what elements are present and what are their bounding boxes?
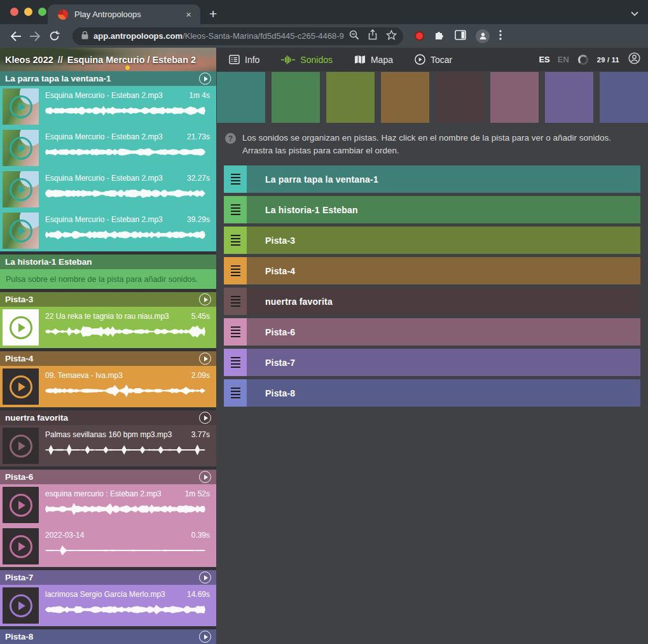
- maximize-window-button[interactable]: [38, 8, 46, 16]
- sound-play-button[interactable]: [10, 435, 32, 458]
- sound-thumbnail: [3, 528, 39, 564]
- lang-es[interactable]: ES: [539, 55, 549, 64]
- sound-filename: Esquina Mercurio - Esteban 2.mp3: [45, 91, 184, 100]
- sound-item[interactable]: 22 Ua reka te tagnia to rau niau.mp3 5.4…: [0, 307, 216, 348]
- minimize-window-button[interactable]: [24, 8, 32, 16]
- sound-play-button[interactable]: [10, 137, 32, 160]
- track-row[interactable]: Pista-8: [224, 379, 640, 407]
- track-name: Pista-3: [5, 295, 33, 304]
- track-section-header[interactable]: Pista-7: [0, 570, 216, 585]
- track-row[interactable]: Pista-7: [224, 349, 640, 376]
- track-section-header[interactable]: La historia-1 Esteban: [0, 255, 216, 269]
- close-tab-icon[interactable]: ×: [183, 9, 194, 20]
- lang-en[interactable]: EN: [558, 55, 569, 64]
- track-swatch[interactable]: [490, 72, 539, 123]
- new-tab-button[interactable]: +: [209, 6, 217, 22]
- track-row[interactable]: nuertra favorita: [224, 288, 640, 315]
- track-play-button[interactable]: [199, 73, 211, 85]
- drag-handle-icon[interactable]: [224, 379, 247, 407]
- sound-item[interactable]: Esquina Mercurio - Esteban 2.mp3 32.27s: [0, 169, 216, 210]
- sound-waveform: [45, 225, 205, 244]
- track-swatch[interactable]: [326, 72, 375, 123]
- sound-play-button[interactable]: [10, 535, 32, 558]
- browser-menu-kebab-icon[interactable]: [499, 30, 502, 43]
- sound-item[interactable]: 2022-03-14 0.39s: [0, 526, 216, 567]
- sound-item[interactable]: Palmas sevillanas 160 bpm mp3.mp3 3.77s: [0, 425, 216, 466]
- browser-tab[interactable]: Play Antropoloops ×: [48, 4, 200, 24]
- track-section: La parra tapa la ventana-1 Esquina Mercu…: [0, 71, 216, 251]
- zoom-out-icon[interactable]: [349, 30, 359, 43]
- track-row[interactable]: Pista-4: [224, 257, 640, 284]
- sound-item[interactable]: Esquina Mercurio - Esteban 2.mp3 39.29s: [0, 210, 216, 251]
- drag-handle-icon[interactable]: [224, 349, 247, 376]
- lock-icon[interactable]: [81, 31, 88, 42]
- sound-item[interactable]: Esquina Mercurio - Esteban 2.mp3 1m 4s: [0, 86, 216, 127]
- reload-button[interactable]: [45, 27, 64, 46]
- track-play-button[interactable]: [199, 571, 211, 584]
- nav-item-info[interactable]: Info: [229, 55, 259, 65]
- sound-play-button[interactable]: [10, 594, 32, 617]
- browser-profile-avatar[interactable]: [476, 29, 490, 43]
- url-bar[interactable]: app.antropoloops.com/Kleos-Santa-Marina/…: [72, 27, 403, 45]
- track-section-header[interactable]: Pista-6: [0, 470, 216, 484]
- track-swatch[interactable]: [381, 72, 429, 123]
- track-section-header[interactable]: La parra tapa la ventana-1: [0, 71, 216, 86]
- bookmark-star-icon[interactable]: [386, 30, 397, 43]
- track-section-header[interactable]: nuertra favorita: [0, 410, 216, 425]
- drag-handle-icon[interactable]: [224, 196, 247, 223]
- sound-waveform: [45, 500, 205, 519]
- track-swatch[interactable]: [217, 72, 265, 123]
- drag-handle-icon[interactable]: [224, 318, 247, 346]
- track-play-button[interactable]: [199, 631, 211, 643]
- window-controls: [10, 8, 46, 16]
- sound-play-button[interactable]: [10, 220, 32, 242]
- sound-play-button[interactable]: [10, 375, 32, 398]
- drag-handle-icon[interactable]: [224, 227, 247, 254]
- drag-handle-icon[interactable]: [224, 257, 247, 284]
- sound-play-button[interactable]: [10, 494, 32, 517]
- sound-thumbnail: [3, 171, 39, 207]
- sound-waveform: [45, 101, 205, 120]
- sound-duration: 14.69s: [187, 590, 210, 599]
- tab-search-chevron-icon[interactable]: [630, 8, 639, 19]
- track-play-button[interactable]: [199, 293, 211, 305]
- track-play-button[interactable]: [199, 471, 211, 483]
- sound-play-button[interactable]: [10, 178, 32, 201]
- share-icon[interactable]: [368, 29, 377, 43]
- track-row[interactable]: Pista-3: [224, 227, 640, 254]
- drag-handle-icon[interactable]: [224, 165, 247, 193]
- track-swatch[interactable]: [545, 72, 593, 123]
- track-swatch[interactable]: [436, 72, 484, 123]
- remix-breadcrumb[interactable]: Kleos 2022 // Esquina Mercurio / Esteban…: [0, 48, 216, 71]
- sound-item[interactable]: Esquina Mercurio - Esteban 2.mp3 21.73s: [0, 127, 216, 169]
- sound-item[interactable]: esquina mercurio : Esteban 2.mp3 1m 52s: [0, 484, 216, 526]
- close-window-button[interactable]: [10, 8, 18, 16]
- recording-extension-icon[interactable]: [415, 31, 424, 41]
- track-row[interactable]: La parra tapa la ventana-1: [224, 165, 640, 193]
- sound-item[interactable]: lacrimosa Sergio García Merlo.mp3 14.69s: [0, 585, 216, 626]
- extensions-puzzle-icon[interactable]: [434, 29, 445, 43]
- nav-item-tocar[interactable]: Tocar: [415, 54, 452, 65]
- track-row[interactable]: La historia-1 Esteban: [224, 196, 640, 223]
- track-play-button[interactable]: [199, 412, 211, 424]
- track-section-header[interactable]: Pista-3: [0, 292, 216, 307]
- track-play-button[interactable]: [199, 353, 211, 365]
- side-panel-icon[interactable]: [455, 30, 466, 43]
- account-icon[interactable]: [628, 52, 640, 67]
- track-swatch[interactable]: [272, 72, 320, 123]
- track-swatch[interactable]: [600, 72, 648, 123]
- sound-item[interactable]: 09. Temaeva - Iva.mp3 2.09s: [0, 366, 216, 407]
- track-section-header[interactable]: Pista-4: [0, 351, 216, 366]
- sound-play-button[interactable]: [10, 316, 32, 339]
- track-section-header[interactable]: Pista-8: [0, 629, 216, 644]
- sound-duration: 0.39s: [191, 531, 210, 540]
- sound-duration: 2.09s: [191, 371, 210, 380]
- nav-item-mapa[interactable]: Mapa: [354, 55, 393, 65]
- nav-item-sonidos[interactable]: Sonidos: [281, 55, 333, 65]
- back-button[interactable]: [6, 27, 25, 46]
- track-section: Pista-8: [0, 629, 216, 644]
- forward-button[interactable]: [25, 27, 45, 46]
- track-row[interactable]: Pista-6: [224, 318, 640, 346]
- sound-play-button[interactable]: [10, 95, 32, 118]
- drag-handle-icon[interactable]: [224, 288, 247, 315]
